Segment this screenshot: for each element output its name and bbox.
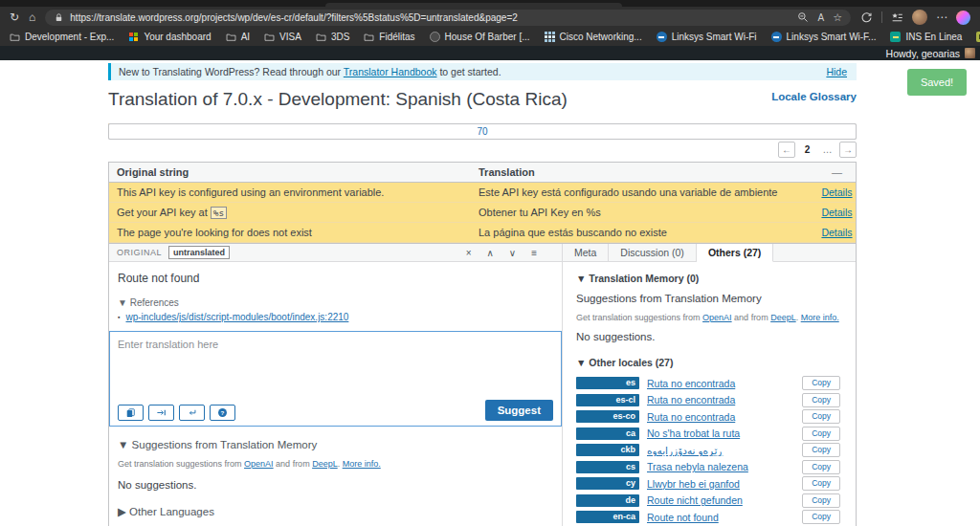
browser-essentials-icon[interactable] [860, 11, 873, 24]
locale-row: es-clRuta no encontradaCopy [576, 392, 842, 409]
address-bar[interactable]: https://translate.wordpress.org/projects… [45, 10, 851, 26]
panel-no-suggestions-text: No suggestions. [576, 331, 842, 342]
status-badge[interactable]: untranslated [168, 246, 230, 259]
locale-translation-link[interactable]: Route nicht gefunden [647, 494, 794, 506]
translation-textarea[interactable]: Enter translation here Suggest [109, 331, 562, 427]
actions-cell: Details [818, 203, 856, 222]
column-header-translation: Translation [471, 163, 818, 182]
url-text[interactable]: https://translate.wordpress.org/projects… [70, 12, 791, 23]
folder-icon [364, 32, 374, 42]
bookmark-item[interactable]: Development - Exp... [10, 32, 114, 42]
bookmark-item[interactable]: 3DS [316, 32, 349, 42]
locale-translation-link[interactable]: ڕێڕەو نەدۆزرایەوە [647, 445, 794, 456]
more-info-link[interactable]: More info. [801, 313, 839, 322]
translation-memory-heading[interactable]: ▼ Translation Memory (0) [576, 273, 842, 284]
other-languages-toggle[interactable]: ▶ Other Languages [118, 505, 553, 518]
tab-meta[interactable]: Meta [563, 244, 609, 261]
locale-translation-link[interactable]: Route not found [647, 512, 794, 523]
insert-newline-button[interactable] [179, 405, 205, 421]
bookmark-item[interactable]: Fidélitas [364, 32, 414, 42]
suggest-button[interactable]: Suggest [485, 400, 553, 421]
actions-cell: Details [818, 223, 856, 242]
bookmark-item[interactable]: VISA [264, 32, 301, 42]
copy-button[interactable]: Copy [802, 460, 840, 474]
bookmark-item[interactable]: AI [226, 32, 250, 42]
close-editor-icon[interactable]: × [466, 248, 472, 258]
suggestions-hint: Get translation suggestions from OpenAI … [118, 459, 553, 469]
insert-tab-button[interactable] [148, 405, 174, 421]
references-heading[interactable]: ▼ References [118, 297, 553, 308]
locale-translation-link[interactable]: No s'ha trobat la ruta [647, 427, 794, 439]
sidebar-tabs: MetaDiscussion (0)Others (27) [563, 244, 856, 262]
previous-string-icon[interactable]: ∧ [487, 248, 494, 258]
copy-button[interactable]: Copy [802, 510, 840, 524]
zoom-out-icon[interactable] [797, 11, 809, 23]
translator-handbook-link[interactable]: Translator Handbook [344, 66, 437, 77]
editor-header: ORIGINAL untranslated × ∧ ∨ ≡ [109, 244, 562, 262]
copy-button[interactable]: Copy [802, 493, 840, 508]
favorite-star-icon[interactable]: ☆ [833, 11, 842, 24]
copy-button[interactable]: Copy [802, 476, 840, 491]
locale-translation-link[interactable]: Ruta no encontrada [647, 394, 794, 405]
copy-original-button[interactable] [118, 405, 144, 421]
copy-button[interactable]: Copy [802, 393, 840, 407]
bookmark-item[interactable]: twenty one pilots -... [976, 32, 980, 42]
favorites-bar-icon[interactable] [891, 11, 903, 24]
copy-button[interactable]: Copy [802, 427, 840, 441]
reference-link[interactable]: wp-includes/js/dist/script-modules/boot/… [125, 312, 348, 322]
bookmark-item[interactable]: INS En Linea [890, 32, 962, 42]
locale-translation-link[interactable]: Ruta no encontrada [647, 378, 794, 389]
read-aloud-icon[interactable]: A [817, 12, 824, 23]
next-string-icon[interactable]: ∨ [509, 248, 516, 258]
help-button[interactable] [210, 405, 235, 421]
locale-translation-link[interactable]: Trasa nebyla nalezena [647, 461, 794, 472]
other-locales-heading[interactable]: ▼ Other locales (27) [576, 357, 842, 368]
bookmark-item[interactable]: Linksys Smart Wi-F... [771, 32, 877, 42]
locale-translation-link[interactable]: Ruta no encontrada [647, 411, 794, 423]
more-info-link[interactable]: More info. [343, 459, 381, 469]
suggestions-heading[interactable]: ▼ Suggestions from Translation Memory [118, 439, 553, 450]
table-row[interactable]: The page you're looking for does not exi… [109, 223, 856, 243]
bookmark-label: Cisco Networking... [560, 32, 642, 42]
deepl-link[interactable]: DeepL [312, 459, 338, 469]
actions-cell: Details [818, 183, 856, 202]
active-browser-tab[interactable] [325, 3, 622, 7]
openai-link[interactable]: OpenAI [244, 459, 274, 469]
user-avatar[interactable] [965, 48, 975, 58]
table-row[interactable]: Get your API key at %sObtener tu API Key… [109, 203, 856, 223]
howdy-user-link[interactable]: Howdy, geoarias [886, 48, 960, 59]
copy-button[interactable]: Copy [802, 376, 840, 390]
copy-button[interactable]: Copy [802, 443, 840, 457]
bookmark-item[interactable]: Cisco Networking... [545, 32, 642, 42]
pagination-arrow[interactable]: ← [778, 142, 795, 158]
tab-discussion-0[interactable]: Discussion (0) [609, 244, 697, 261]
bookmark-item[interactable]: House Of Barber [... [430, 32, 530, 42]
browser-tab-strip[interactable] [0, 0, 980, 7]
deepl-link[interactable]: DeepL [770, 313, 796, 322]
bookmark-item[interactable]: Your dashboard [128, 32, 211, 42]
refresh-icon[interactable]: ↻ [10, 11, 19, 23]
bookmark-item[interactable]: Linksys Smart Wi-Fi [657, 32, 757, 42]
profile-avatar[interactable] [912, 10, 927, 25]
pagination-page[interactable]: 70 [108, 123, 857, 140]
hide-notice-link[interactable]: Hide [826, 66, 847, 77]
bookmark-label: Linksys Smart Wi-Fi [672, 32, 757, 42]
copilot-icon[interactable] [956, 11, 970, 25]
locale-glossary-link[interactable]: Locale Glossary [771, 91, 857, 102]
details-link[interactable]: Details [821, 227, 852, 238]
pagination-page: 2 [799, 142, 815, 158]
locale-code-badge: cs [576, 461, 639, 473]
settings-menu-icon[interactable]: ⋯ [936, 11, 947, 24]
editor-menu-icon[interactable]: ≡ [531, 248, 537, 258]
tab-others-27[interactable]: Others (27) [697, 244, 773, 262]
openai-link[interactable]: OpenAI [702, 313, 732, 322]
copy-button[interactable]: Copy [802, 409, 840, 424]
table-row[interactable]: This API key is configured using an envi… [109, 183, 856, 203]
details-link[interactable]: Details [821, 207, 852, 218]
locale-row: ckbڕێڕەو نەدۆزرایەوەCopy [576, 442, 842, 459]
home-icon[interactable]: ⌂ [29, 11, 35, 23]
locale-translation-link[interactable]: Llwybr heb ei ganfod [647, 478, 794, 490]
folder-icon [226, 32, 236, 42]
details-link[interactable]: Details [821, 186, 852, 198]
pagination-arrow[interactable]: → [839, 142, 857, 158]
